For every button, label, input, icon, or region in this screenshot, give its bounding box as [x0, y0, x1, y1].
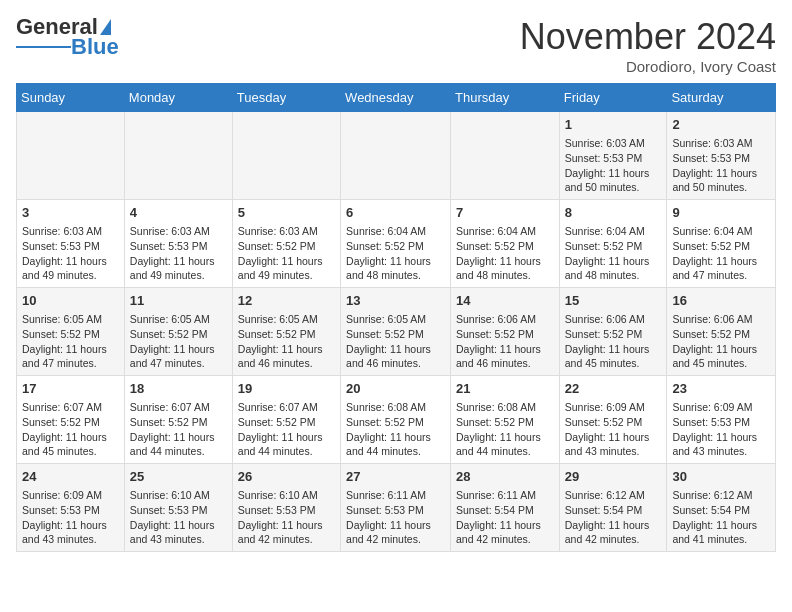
calendar-table: SundayMondayTuesdayWednesdayThursdayFrid… [16, 83, 776, 552]
sunset-text: Sunset: 5:52 PM [346, 239, 445, 254]
calendar-cell: 24Sunrise: 6:09 AMSunset: 5:53 PMDayligh… [17, 464, 125, 552]
daylight-text: Daylight: 11 hours and 48 minutes. [565, 254, 662, 283]
sunset-text: Sunset: 5:52 PM [346, 327, 445, 342]
calendar-cell: 20Sunrise: 6:08 AMSunset: 5:52 PMDayligh… [341, 376, 451, 464]
sunset-text: Sunset: 5:53 PM [130, 239, 227, 254]
sunset-text: Sunset: 5:54 PM [456, 503, 554, 518]
sunset-text: Sunset: 5:52 PM [456, 327, 554, 342]
day-number: 9 [672, 204, 770, 222]
daylight-text: Daylight: 11 hours and 42 minutes. [456, 518, 554, 547]
sunset-text: Sunset: 5:52 PM [238, 239, 335, 254]
sunrise-text: Sunrise: 6:05 AM [346, 312, 445, 327]
sunrise-text: Sunrise: 6:07 AM [238, 400, 335, 415]
day-number: 15 [565, 292, 662, 310]
calendar-cell: 25Sunrise: 6:10 AMSunset: 5:53 PMDayligh… [124, 464, 232, 552]
calendar-cell: 8Sunrise: 6:04 AMSunset: 5:52 PMDaylight… [559, 200, 667, 288]
calendar-cell: 9Sunrise: 6:04 AMSunset: 5:52 PMDaylight… [667, 200, 776, 288]
header-thursday: Thursday [451, 84, 560, 112]
daylight-text: Daylight: 11 hours and 47 minutes. [130, 342, 227, 371]
day-number: 11 [130, 292, 227, 310]
calendar-cell: 13Sunrise: 6:05 AMSunset: 5:52 PMDayligh… [341, 288, 451, 376]
calendar-cell: 11Sunrise: 6:05 AMSunset: 5:52 PMDayligh… [124, 288, 232, 376]
sunrise-text: Sunrise: 6:05 AM [130, 312, 227, 327]
day-number: 18 [130, 380, 227, 398]
day-number: 7 [456, 204, 554, 222]
sunset-text: Sunset: 5:52 PM [565, 239, 662, 254]
day-number: 20 [346, 380, 445, 398]
calendar-cell: 12Sunrise: 6:05 AMSunset: 5:52 PMDayligh… [232, 288, 340, 376]
calendar-cell: 22Sunrise: 6:09 AMSunset: 5:52 PMDayligh… [559, 376, 667, 464]
sunset-text: Sunset: 5:52 PM [130, 327, 227, 342]
daylight-text: Daylight: 11 hours and 49 minutes. [238, 254, 335, 283]
daylight-text: Daylight: 11 hours and 49 minutes. [130, 254, 227, 283]
sunrise-text: Sunrise: 6:04 AM [672, 224, 770, 239]
daylight-text: Daylight: 11 hours and 43 minutes. [22, 518, 119, 547]
calendar-week-row: 24Sunrise: 6:09 AMSunset: 5:53 PMDayligh… [17, 464, 776, 552]
daylight-text: Daylight: 11 hours and 43 minutes. [672, 430, 770, 459]
header-sunday: Sunday [17, 84, 125, 112]
daylight-text: Daylight: 11 hours and 44 minutes. [346, 430, 445, 459]
daylight-text: Daylight: 11 hours and 45 minutes. [22, 430, 119, 459]
daylight-text: Daylight: 11 hours and 45 minutes. [672, 342, 770, 371]
daylight-text: Daylight: 11 hours and 44 minutes. [238, 430, 335, 459]
calendar-week-row: 17Sunrise: 6:07 AMSunset: 5:52 PMDayligh… [17, 376, 776, 464]
sunset-text: Sunset: 5:52 PM [456, 239, 554, 254]
sunset-text: Sunset: 5:54 PM [565, 503, 662, 518]
sunset-text: Sunset: 5:53 PM [22, 503, 119, 518]
daylight-text: Daylight: 11 hours and 41 minutes. [672, 518, 770, 547]
sunset-text: Sunset: 5:53 PM [22, 239, 119, 254]
sunrise-text: Sunrise: 6:10 AM [130, 488, 227, 503]
calendar-header-row: SundayMondayTuesdayWednesdayThursdayFrid… [17, 84, 776, 112]
calendar-cell: 15Sunrise: 6:06 AMSunset: 5:52 PMDayligh… [559, 288, 667, 376]
sunrise-text: Sunrise: 6:03 AM [238, 224, 335, 239]
day-number: 12 [238, 292, 335, 310]
sunrise-text: Sunrise: 6:06 AM [565, 312, 662, 327]
day-number: 27 [346, 468, 445, 486]
header-friday: Friday [559, 84, 667, 112]
sunset-text: Sunset: 5:52 PM [238, 415, 335, 430]
day-number: 25 [130, 468, 227, 486]
sunset-text: Sunset: 5:52 PM [456, 415, 554, 430]
day-number: 28 [456, 468, 554, 486]
sunset-text: Sunset: 5:53 PM [672, 415, 770, 430]
calendar-cell: 7Sunrise: 6:04 AMSunset: 5:52 PMDaylight… [451, 200, 560, 288]
daylight-text: Daylight: 11 hours and 42 minutes. [238, 518, 335, 547]
calendar-cell: 2Sunrise: 6:03 AMSunset: 5:53 PMDaylight… [667, 112, 776, 200]
day-number: 22 [565, 380, 662, 398]
sunrise-text: Sunrise: 6:12 AM [672, 488, 770, 503]
sunset-text: Sunset: 5:52 PM [130, 415, 227, 430]
daylight-text: Daylight: 11 hours and 47 minutes. [672, 254, 770, 283]
calendar-cell: 23Sunrise: 6:09 AMSunset: 5:53 PMDayligh… [667, 376, 776, 464]
day-number: 29 [565, 468, 662, 486]
sunrise-text: Sunrise: 6:05 AM [238, 312, 335, 327]
day-number: 3 [22, 204, 119, 222]
header-monday: Monday [124, 84, 232, 112]
calendar-cell: 26Sunrise: 6:10 AMSunset: 5:53 PMDayligh… [232, 464, 340, 552]
day-number: 26 [238, 468, 335, 486]
sunrise-text: Sunrise: 6:10 AM [238, 488, 335, 503]
day-number: 8 [565, 204, 662, 222]
daylight-text: Daylight: 11 hours and 50 minutes. [672, 166, 770, 195]
calendar-cell: 19Sunrise: 6:07 AMSunset: 5:52 PMDayligh… [232, 376, 340, 464]
calendar-cell: 29Sunrise: 6:12 AMSunset: 5:54 PMDayligh… [559, 464, 667, 552]
calendar-cell: 28Sunrise: 6:11 AMSunset: 5:54 PMDayligh… [451, 464, 560, 552]
day-number: 10 [22, 292, 119, 310]
sunset-text: Sunset: 5:52 PM [565, 327, 662, 342]
day-number: 13 [346, 292, 445, 310]
sunset-text: Sunset: 5:52 PM [22, 327, 119, 342]
calendar-cell [451, 112, 560, 200]
day-number: 1 [565, 116, 662, 134]
sunrise-text: Sunrise: 6:05 AM [22, 312, 119, 327]
location-text: Dorodioro, Ivory Coast [520, 58, 776, 75]
sunrise-text: Sunrise: 6:04 AM [456, 224, 554, 239]
header-wednesday: Wednesday [341, 84, 451, 112]
calendar-cell: 17Sunrise: 6:07 AMSunset: 5:52 PMDayligh… [17, 376, 125, 464]
sunrise-text: Sunrise: 6:12 AM [565, 488, 662, 503]
daylight-text: Daylight: 11 hours and 48 minutes. [346, 254, 445, 283]
calendar-cell: 3Sunrise: 6:03 AMSunset: 5:53 PMDaylight… [17, 200, 125, 288]
sunset-text: Sunset: 5:53 PM [130, 503, 227, 518]
day-number: 4 [130, 204, 227, 222]
calendar-cell: 4Sunrise: 6:03 AMSunset: 5:53 PMDaylight… [124, 200, 232, 288]
daylight-text: Daylight: 11 hours and 45 minutes. [565, 342, 662, 371]
calendar-cell: 18Sunrise: 6:07 AMSunset: 5:52 PMDayligh… [124, 376, 232, 464]
